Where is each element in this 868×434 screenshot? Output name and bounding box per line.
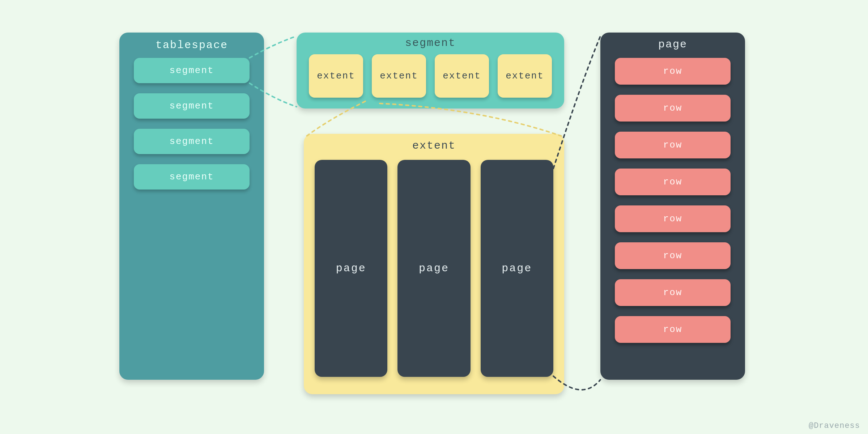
row-pill-label: row [663,213,682,224]
row-pill-label: row [663,324,682,335]
segment-pill: segment [134,129,250,154]
extent-chip-label: extent [443,71,481,81]
extent-panel: extent page page page [304,134,564,394]
row-pill-label: row [663,140,682,150]
extent-chip: extent [498,54,552,98]
extent-chip: extent [435,54,489,98]
row-pill-label: row [663,176,682,187]
segment-pill-label: segment [169,136,214,147]
row-pill-label: row [663,103,682,114]
extent-chip-label: extent [317,71,355,81]
row-pill-label: row [663,250,682,261]
extent-chip: extent [309,54,363,98]
row-pill: row [615,58,731,85]
row-pill: row [615,132,731,158]
page-title: page [600,38,745,51]
page-column: page [397,160,470,377]
extent-chip: extent [372,54,426,98]
page-column-label: page [336,262,366,275]
tablespace-title: tablespace [119,39,264,51]
segment-title: segment [297,37,564,49]
credit-text: @Draveness [809,421,860,430]
tablespace-panel: tablespace segment segment segment segme… [119,33,264,380]
extent-chip-label: extent [380,71,418,81]
page-column: page [315,160,387,377]
segment-panel: segment extent extent extent extent [297,33,564,109]
extent-title: extent [304,140,564,152]
row-pill: row [615,279,731,306]
segment-pill: segment [134,58,250,83]
page-row: page page page [304,160,564,377]
segment-pill-label: segment [169,65,214,76]
row-pill: row [615,205,731,232]
segment-pill: segment [134,164,250,190]
row-pill: row [615,169,731,195]
page-panel: page row row row row row row row row [600,33,745,380]
extent-row: extent extent extent extent [297,54,564,98]
page-column-label: page [502,262,532,275]
segment-pill-label: segment [169,101,214,111]
segment-pill: segment [134,93,250,119]
page-column: page [481,160,553,377]
row-pill-label: row [663,287,682,298]
row-pill: row [615,95,731,122]
extent-chip-label: extent [506,71,544,81]
row-pill: row [615,316,731,343]
row-pill-label: row [663,66,682,77]
segment-pill-label: segment [169,171,214,182]
row-pill: row [615,242,731,269]
diagram-stage: tablespace segment segment segment segme… [0,0,868,434]
page-column-label: page [419,262,449,275]
